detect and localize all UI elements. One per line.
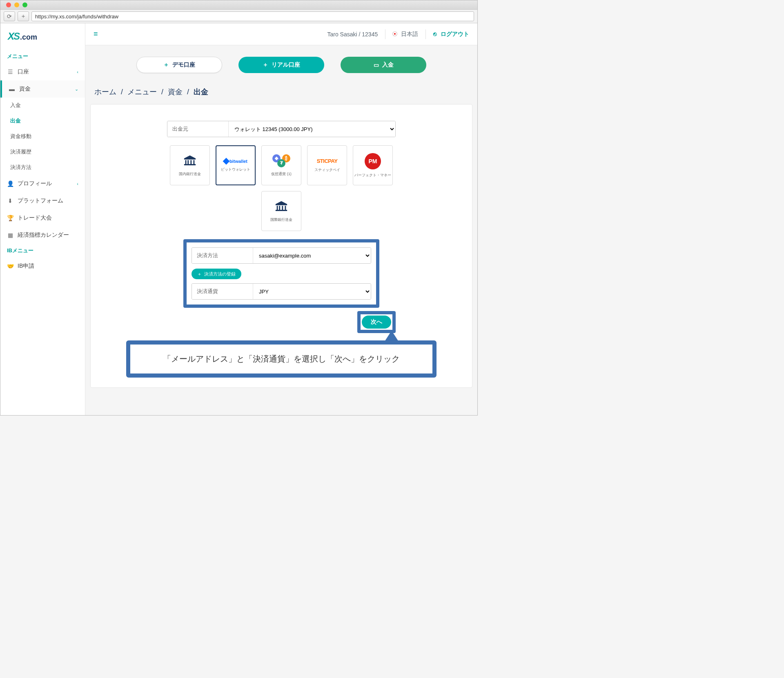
new-tab-button[interactable]: ＋ [18, 11, 29, 21]
logout-link[interactable]: ⎋ ログアウト [433, 31, 469, 38]
nav-funds[interactable]: ▬ 資金 ⌄ [0, 80, 85, 98]
open-demo-button[interactable]: ＋ デモ口座 [136, 57, 222, 73]
nav-platform[interactable]: ⬇ プラットフォーム [0, 192, 85, 209]
currency-label: 決済通貨 [192, 284, 253, 299]
browser-window: ⟳ ＋ https://my.xs.com/ja/funds/withdraw … [0, 0, 478, 416]
sidebar: X S .com メニュー ☰ 口座 ‹ ▬ 資金 ⌄ 入金 出金 資金移動 決… [0, 23, 85, 415]
method-crypto[interactable]: ◆₿₮ 仮想通貨 (1) [261, 145, 301, 185]
card-icon: ▭ [374, 62, 379, 68]
nav-calendar[interactable]: ▦ 経済指標カレンダー [0, 227, 85, 244]
handshake-icon: 🤝 [7, 263, 13, 269]
app: X S .com メニュー ☰ 口座 ‹ ▬ 資金 ⌄ 入金 出金 資金移動 決… [0, 23, 477, 415]
chevron-left-icon: ‹ [77, 69, 78, 74]
crumb-home[interactable]: ホーム [94, 88, 116, 96]
user-icon: 👤 [7, 180, 13, 187]
highlight-next: 次へ [357, 311, 396, 333]
withdrawal-methods: 国内銀行送金 bitwallet ビットウォレット ◆₿₮ [167, 145, 396, 231]
nav-sub-methods[interactable]: 決済方法 [0, 160, 85, 175]
perfect-money-logo-icon: PM [365, 153, 381, 169]
logout-icon: ⎋ [433, 31, 437, 37]
bank-icon [274, 200, 288, 214]
plus-icon: ＋ [263, 61, 268, 69]
plus-icon: ＋ [163, 61, 169, 69]
language-switch[interactable]: 日本語 [393, 31, 418, 38]
nav-sub-withdraw[interactable]: 出金 [0, 113, 85, 129]
address-bar[interactable]: https://my.xs.com/ja/funds/withdraw [31, 11, 474, 21]
nav-account[interactable]: ☰ 口座 ‹ [0, 63, 85, 80]
payment-method-select[interactable]: sasaki@example.com [253, 248, 371, 263]
window-close-icon[interactable] [6, 2, 11, 7]
window-min-icon[interactable] [14, 2, 19, 7]
method-sticpay[interactable]: STICPAY スティックペイ [307, 145, 347, 185]
topbar: ≡ Taro Sasaki / 12345 日本語 ⎋ ログアウト [85, 23, 477, 45]
nav-sub-history[interactable]: 決済履歴 [0, 144, 85, 160]
browser-titlebar [0, 0, 477, 9]
currency-select[interactable]: JPY [253, 284, 371, 299]
brand-logo[interactable]: X S .com [0, 28, 85, 49]
crumb-menu[interactable]: メニュー [127, 88, 157, 96]
next-button[interactable]: 次へ [362, 316, 391, 329]
trophy-icon: 🏆 [7, 215, 13, 221]
highlight-payment-section: 決済方法 sasaki@example.com ＋ 決済方法の登録 [183, 239, 379, 308]
method-bitwallet[interactable]: bitwallet ビットウォレット [216, 145, 256, 185]
wallet-icon: ▬ [9, 86, 15, 92]
bank-icon [183, 154, 197, 168]
payment-method-label: 決済方法 [192, 248, 253, 263]
crumb-current: 出金 [194, 88, 208, 96]
sticpay-logo-icon: STICPAY [317, 158, 338, 164]
nav-contest[interactable]: 🏆 トレード大会 [0, 209, 85, 227]
browser-toolbar: ⟳ ＋ https://my.xs.com/ja/funds/withdraw [0, 9, 477, 23]
sidebar-toggle-icon[interactable]: ≡ [94, 30, 98, 38]
reload-button[interactable]: ⟳ [4, 11, 15, 21]
method-intl-bank[interactable]: 国際銀行送金 [261, 191, 301, 231]
url-text: https://my.xs.com/ja/funds/withdraw [35, 13, 118, 20]
topbar-user[interactable]: Taro Sasaki / 12345 [327, 31, 378, 38]
payment-method-field: 決済方法 sasaki@example.com [192, 247, 371, 264]
bitwallet-logo-icon: bitwallet [224, 159, 247, 164]
source-field: 出金元 ウォレット 12345 (3000.00 JPY) [167, 121, 396, 137]
next-wrap: 次へ [167, 311, 396, 333]
source-select[interactable]: ウォレット 12345 (3000.00 JPY) [229, 121, 395, 137]
method-perfect-money[interactable]: PM パーフェクト・マネー [353, 145, 393, 185]
calendar-icon: ▦ [7, 232, 13, 238]
open-live-button[interactable]: ＋ リアル口座 [238, 57, 324, 73]
chevron-down-icon: ⌄ [75, 87, 78, 92]
list-icon: ☰ [7, 69, 13, 75]
currency-field: 決済通貨 JPY [192, 283, 371, 300]
breadcrumb: ホーム / メニュー / 資金 / 出金 [85, 84, 477, 104]
chevron-left-icon: ‹ [77, 181, 78, 186]
action-row: ＋ デモ口座 ＋ リアル口座 ▭ 入金 [85, 45, 477, 84]
ib-menu-header: IBメニュー [0, 244, 85, 258]
japan-flag-icon [393, 32, 397, 36]
main: ≡ Taro Sasaki / 12345 日本語 ⎋ ログアウト ＋ デモ口座 [85, 23, 477, 415]
crumb-funds[interactable]: 資金 [168, 88, 183, 96]
source-label: 出金元 [167, 121, 229, 137]
crypto-icon: ◆₿₮ [272, 154, 290, 168]
nav-sub-deposit[interactable]: 入金 [0, 98, 85, 113]
nav-profile[interactable]: 👤 プロフィール ‹ [0, 175, 85, 192]
plus-icon: ＋ [197, 271, 202, 277]
nav-ib-apply[interactable]: 🤝 IB申請 [0, 258, 85, 275]
add-payment-method-button[interactable]: ＋ 決済方法の登録 [192, 269, 241, 279]
method-domestic-bank[interactable]: 国内銀行送金 [170, 145, 210, 185]
download-icon: ⬇ [7, 198, 13, 204]
nav-sub-transfer[interactable]: 資金移動 [0, 129, 85, 144]
window-max-icon[interactable] [22, 2, 27, 7]
instruction-callout: 「メールアドレス」と「決済通貨」を選択し「次へ」をクリック [126, 340, 437, 378]
withdraw-panel: 出金元 ウォレット 12345 (3000.00 JPY) 国内銀行送金 [90, 104, 472, 388]
deposit-button[interactable]: ▭ 入金 [341, 57, 426, 73]
menu-header: メニュー [0, 49, 85, 63]
